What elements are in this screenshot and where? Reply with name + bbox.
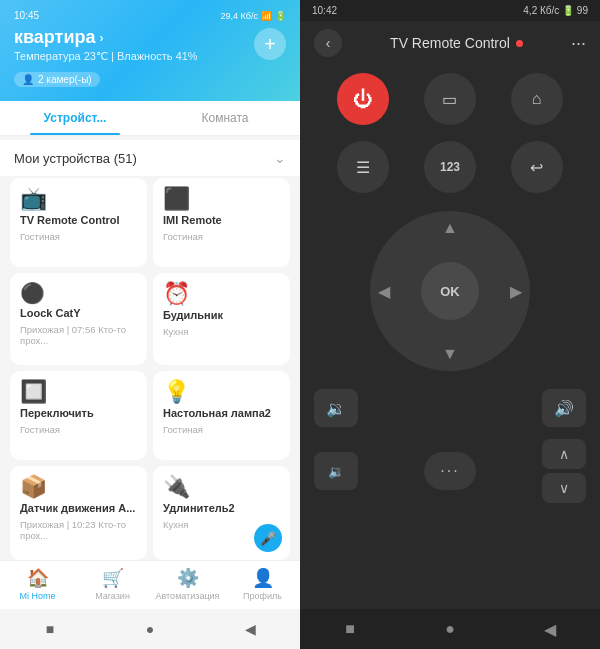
- status-info-right: 4,2 Кб/с 🔋 99: [523, 5, 588, 16]
- remote-bottom: 🔉 🔊 🔉 ··· ∧ ∨: [300, 381, 600, 515]
- remote-row-1: ⏻ ▭ ⌂: [300, 65, 600, 133]
- nav-store[interactable]: 🛒 Магазин: [75, 567, 150, 601]
- left-header: 10:45 29,4 Кб/с 📶 🔋 квартира › Температу…: [0, 0, 300, 101]
- dpad-circle: ▲ ▼ ◀ ▶ OK: [370, 211, 530, 371]
- vol-up-button[interactable]: 🔊: [542, 389, 586, 427]
- mic-button[interactable]: 🎤: [254, 524, 282, 552]
- bottom-nav: 🏠 Mi Home 🛒 Магазин ⚙️ Автоматизация 👤 П…: [0, 560, 300, 609]
- remote-title: TV Remote Control: [390, 35, 523, 51]
- back-button[interactable]: ‹: [314, 29, 342, 57]
- device-card-loock[interactable]: ⚫ Loock CatY Прихожая | 07:56 Кто-то про…: [10, 273, 147, 365]
- device-card-alarm[interactable]: ⏰ Будильник Кухня: [153, 273, 290, 365]
- switch-icon: 🔲: [20, 381, 137, 403]
- devices-header: Мои устройства (51) ⌄: [0, 140, 300, 176]
- back-btn-left[interactable]: ◀: [236, 615, 264, 643]
- right-panel: 10:42 4,2 Кб/с 🔋 99 ‹ TV Remote Control …: [300, 0, 600, 649]
- tab-devices[interactable]: Устройст...: [0, 101, 150, 135]
- dpad: ▲ ▼ ◀ ▶ OK: [370, 211, 530, 371]
- remote-row-2: ☰ 123 ↩: [300, 133, 600, 201]
- home-icon: 🏠: [27, 567, 49, 589]
- devices-count: Мои устройства (51): [14, 151, 137, 166]
- camera-icon: 👤: [22, 74, 34, 85]
- loock-icon: ⚫: [20, 283, 137, 303]
- home-button[interactable]: ⌂: [511, 73, 563, 125]
- back-icon: ‹: [326, 35, 331, 51]
- status-bar-right: 10:42 4,2 Кб/с 🔋 99: [300, 0, 600, 21]
- dpad-up-button[interactable]: ▲: [442, 219, 458, 237]
- store-icon: 🛒: [102, 567, 124, 589]
- tabs-row: Устройст... Комната: [0, 101, 300, 136]
- live-dot-icon: [516, 40, 523, 47]
- device-card-imi-remote[interactable]: ⬛ IMI Remote Гостиная: [153, 178, 290, 267]
- chevron-down-icon[interactable]: ⌄: [274, 150, 286, 166]
- ok-button[interactable]: OK: [421, 262, 479, 320]
- weather-info: Температура 23℃ | Влажность 41%: [14, 50, 286, 63]
- cameras-badge[interactable]: 👤 2 камер(-ы): [14, 72, 100, 87]
- vol-down-button[interactable]: 🔉: [314, 389, 358, 427]
- right-top-bar: ‹ TV Remote Control ···: [300, 21, 600, 65]
- square-btn-left[interactable]: ■: [36, 615, 64, 643]
- devices-grid: 📺 TV Remote Control Гостиная ⬛ IMI Remot…: [0, 178, 300, 560]
- tv-remote-icon: 📺: [20, 188, 137, 210]
- chevron-right-icon: ›: [100, 31, 104, 45]
- vol-down-small-button[interactable]: 🔉: [314, 452, 358, 490]
- more-middle-button[interactable]: ···: [424, 452, 476, 490]
- apartment-title: квартира ›: [14, 27, 286, 48]
- circle-btn-left[interactable]: ●: [136, 615, 164, 643]
- dpad-down-button[interactable]: ▼: [442, 345, 458, 363]
- add-button[interactable]: +: [254, 28, 286, 60]
- ch-up-button[interactable]: ∧: [542, 439, 586, 469]
- device-card-lamp[interactable]: 💡 Настольная лампа2 Гостиная: [153, 371, 290, 460]
- status-bar-left: 10:45 29,4 Кб/с 📶 🔋: [14, 10, 286, 21]
- circle-btn-right[interactable]: ●: [436, 615, 464, 643]
- back-btn-right[interactable]: ◀: [536, 615, 564, 643]
- remote-bottom-row-1: 🔉 🔊: [314, 389, 586, 427]
- dpad-right-button[interactable]: ▶: [510, 282, 522, 301]
- tab-room[interactable]: Комната: [150, 101, 300, 135]
- dpad-left-button[interactable]: ◀: [378, 282, 390, 301]
- android-nav-right: ■ ● ◀: [300, 609, 600, 649]
- lamp-icon: 💡: [163, 381, 280, 403]
- android-nav-left: ■ ● ◀: [0, 609, 300, 649]
- num123-button[interactable]: 123: [424, 141, 476, 193]
- time-left: 10:45: [14, 10, 39, 21]
- power-button[interactable]: ⏻: [337, 73, 389, 125]
- automation-icon: ⚙️: [177, 567, 199, 589]
- nav-home[interactable]: 🏠 Mi Home: [0, 567, 75, 601]
- more-options-button[interactable]: ···: [571, 33, 586, 54]
- status-icons-left: 29,4 Кб/с 📶 🔋: [221, 11, 286, 21]
- dpad-container: ▲ ▼ ◀ ▶ OK: [300, 201, 600, 381]
- profile-icon: 👤: [252, 567, 274, 589]
- device-card-tv-remote[interactable]: 📺 TV Remote Control Гостиная: [10, 178, 147, 267]
- menu-button[interactable]: ☰: [337, 141, 389, 193]
- ch-down-button[interactable]: ∨: [542, 473, 586, 503]
- motion-icon: 📦: [20, 476, 137, 498]
- device-card-motion[interactable]: 📦 Датчик движения А... Прихожая | 10:23 …: [10, 466, 147, 560]
- left-panel: 10:45 29,4 Кб/с 📶 🔋 квартира › Температу…: [0, 0, 300, 649]
- screen-button[interactable]: ▭: [424, 73, 476, 125]
- device-card-extender[interactable]: 🔌 Удлинитель2 Кухня 🎤: [153, 466, 290, 560]
- back-remote-button[interactable]: ↩: [511, 141, 563, 193]
- alarm-icon: ⏰: [163, 283, 280, 305]
- nav-profile[interactable]: 👤 Профиль: [225, 567, 300, 601]
- imi-remote-icon: ⬛: [163, 188, 280, 210]
- time-right: 10:42: [312, 5, 337, 16]
- square-btn-right[interactable]: ■: [336, 615, 364, 643]
- extender-icon: 🔌: [163, 476, 280, 498]
- device-card-switch[interactable]: 🔲 Переключить Гостиная: [10, 371, 147, 460]
- nav-automation[interactable]: ⚙️ Автоматизация: [150, 567, 225, 601]
